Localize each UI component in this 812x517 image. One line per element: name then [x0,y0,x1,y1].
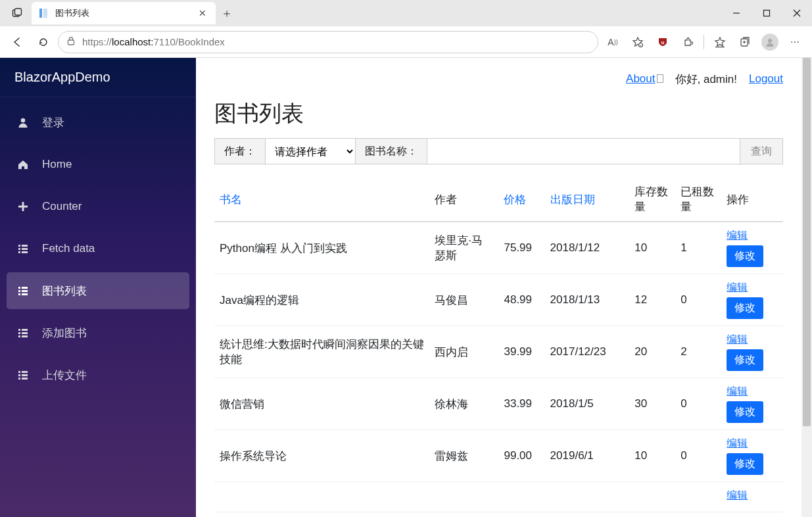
edit-link[interactable]: 编辑 [727,333,778,347]
list-icon [16,285,30,297]
sidebar-item-login[interactable]: 登录 [7,104,189,141]
svg-rect-5 [764,11,770,16]
collections-icon[interactable] [733,30,757,54]
svg-rect-35 [22,332,28,334]
svg-rect-37 [22,335,28,337]
address-bar: https://localhost:7110/BookIndex A)) + u [0,26,812,58]
edit-link[interactable]: 编辑 [727,281,778,295]
sidebar-item-home[interactable]: Home [7,146,189,183]
modify-button[interactable]: 修改 [727,297,763,319]
cell-action: 编辑修改 [721,326,783,378]
edit-link[interactable]: 编辑 [727,385,778,399]
cell-stock: 10 [629,222,675,274]
svg-rect-19 [18,206,28,208]
modify-button[interactable]: 修改 [727,245,763,267]
cell-title: 微信营销 [214,378,429,430]
tab-close-icon[interactable]: ✕ [199,8,209,18]
title-bar: 图书列表 ✕ ＋ [0,0,812,26]
cell-price: 99.00 [498,430,544,482]
page-title: 图书列表 [214,99,783,129]
edit-link[interactable]: 编辑 [727,229,778,243]
sidebar-item-upload[interactable]: 上传文件 [7,357,189,393]
window-minimize-button[interactable] [721,3,752,24]
search-button[interactable]: 查询 [740,139,782,164]
url-input[interactable]: https://localhost:7110/BookIndex [58,31,598,53]
favorite-icon[interactable]: + [626,30,650,54]
new-tab-button[interactable]: ＋ [216,5,238,21]
th-pubdate[interactable]: 出版日期 [550,193,595,206]
table-row: Java编程的逻辑马俊昌48.992018/1/13120编辑修改 [214,274,783,326]
sidebar-item-label: Counter [42,200,82,213]
back-button[interactable] [5,30,29,54]
svg-rect-1 [15,9,22,15]
scrollbar[interactable] [801,58,812,517]
external-icon [657,74,663,83]
cell-pubdate: 2018/1/5 [545,378,630,430]
svg-rect-32 [18,329,20,331]
svg-rect-42 [18,378,20,380]
favorites-bar-icon[interactable] [708,30,732,54]
app-brand[interactable]: BlazorAppDemo [0,58,196,97]
cell-stock: 12 [629,274,675,326]
th-action: 操作 [721,178,783,222]
cell-rented: 1 [675,222,721,274]
scrollbar-thumb[interactable] [803,58,811,426]
greeting-text: 你好, admin! [675,72,737,87]
window-maximize-button[interactable] [752,3,782,24]
profile-avatar[interactable] [758,30,782,54]
cell-title: 统计思维:大数据时代瞬间洞察因果的关键技能 [214,326,429,378]
plus-icon [16,201,30,212]
tab-title: 图书列表 [55,7,192,19]
edit-link[interactable]: 编辑 [727,437,778,451]
extensions-icon[interactable] [676,30,700,54]
about-link[interactable]: About [626,72,655,85]
read-aloud-icon[interactable]: A)) [601,30,625,54]
favicon-icon [38,8,49,18]
bookname-input[interactable] [427,139,740,164]
table-row: 编辑 [214,482,783,512]
svg-rect-40 [18,374,20,376]
author-select[interactable]: 请选择作者 [266,139,356,164]
cell-price: 33.99 [498,378,544,430]
tabs-overview-button[interactable] [5,3,29,24]
sidebar-item-counter[interactable]: Counter [7,188,189,225]
edit-link[interactable]: 编辑 [727,489,778,503]
window-close-button[interactable] [782,3,812,24]
modify-button[interactable]: 修改 [727,401,763,423]
sidebar-item-addbook[interactable]: 添加图书 [7,314,189,351]
browser-chrome: 图书列表 ✕ ＋ https://localhost:7110/BookInde… [0,0,812,58]
more-menu-icon[interactable]: ⋯ [783,30,807,54]
svg-rect-43 [22,378,28,380]
cell-price: 75.99 [498,222,544,274]
cell-price: 39.99 [498,326,544,378]
refresh-button[interactable] [32,30,55,54]
svg-rect-20 [18,245,20,247]
svg-rect-36 [18,335,20,337]
cell-pubdate: 2019/6/1 [545,430,630,482]
svg-rect-29 [22,290,28,292]
cell-action: 编辑修改 [721,222,783,274]
ublock-icon[interactable]: u [651,30,675,54]
th-price[interactable]: 价格 [504,193,526,206]
svg-rect-34 [18,332,20,334]
cell-action: 编辑修改 [721,378,783,430]
svg-rect-24 [18,251,20,253]
th-author: 作者 [429,178,498,222]
cell-price: 48.99 [498,274,544,326]
cell-pubdate: 2017/12/23 [545,326,630,378]
logout-link[interactable]: Logout [749,72,783,86]
browser-tab[interactable]: 图书列表 ✕ [32,2,216,24]
cell-title: Python编程 从入门到实践 [214,222,429,274]
cell-action: 编辑修改 [721,274,783,326]
sidebar-item-booklist[interactable]: 图书列表 [7,272,189,309]
svg-rect-8 [68,40,74,45]
modify-button[interactable]: 修改 [727,453,763,475]
th-title[interactable]: 书名 [220,193,242,206]
sidebar-item-fetchdata[interactable]: Fetch data [7,230,189,267]
svg-text:u: u [661,39,665,45]
sidebar-item-label: Fetch data [42,242,95,255]
svg-rect-41 [22,374,28,376]
cell-rented: 2 [675,326,721,378]
main-content: About 你好, admin! Logout 图书列表 作者： 请选择作者 图… [196,58,801,517]
modify-button[interactable]: 修改 [727,349,763,371]
